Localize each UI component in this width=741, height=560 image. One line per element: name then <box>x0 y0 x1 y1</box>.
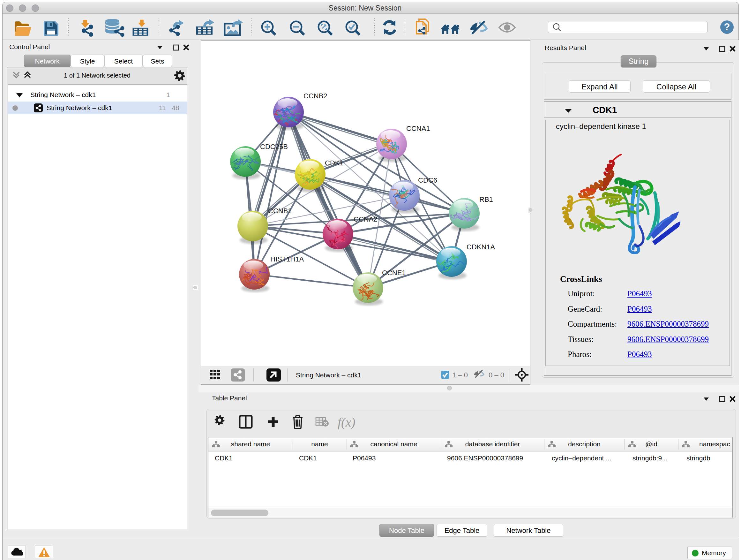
svg-text:f(x): f(x) <box>338 415 355 429</box>
svg-text:CCNB1: CCNB1 <box>268 207 292 215</box>
svg-text:0 – 0: 0 – 0 <box>488 371 504 379</box>
svg-text:CDKN1A: CDKN1A <box>467 243 495 251</box>
svg-text:HIST1H1A: HIST1H1A <box>270 255 304 263</box>
svg-text:CCNA2: CCNA2 <box>354 215 378 223</box>
svg-text:CDC6: CDC6 <box>418 176 437 184</box>
svg-text:RB1: RB1 <box>479 195 493 203</box>
svg-text:CCNB2: CCNB2 <box>304 92 327 100</box>
svg-text:String Network – cdk1: String Network – cdk1 <box>296 371 361 379</box>
svg-text:?: ? <box>724 21 730 33</box>
svg-text:CCNA1: CCNA1 <box>406 125 430 132</box>
svg-text:CDK1: CDK1 <box>325 159 344 167</box>
svg-text:CDC25B: CDC25B <box>260 143 288 151</box>
svg-text:CCNE1: CCNE1 <box>382 269 406 277</box>
svg-text:1 – 0: 1 – 0 <box>452 371 468 379</box>
